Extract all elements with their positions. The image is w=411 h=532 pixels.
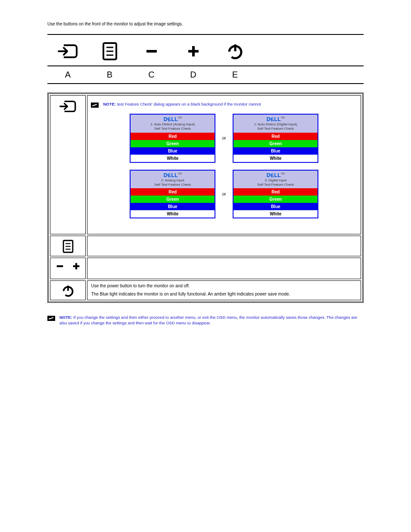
osd-section: NOTE: If you change the settings and the… <box>47 315 364 326</box>
intro-text: Use the buttons on the front of the moni… <box>47 22 364 26</box>
cell-icon-plusminus <box>50 258 86 279</box>
note-text: NOTE: test Feature Check' dialog appears… <box>103 102 261 107</box>
row-menu <box>50 236 361 256</box>
dell-logo: DELL <box>267 116 281 122</box>
or-separator: or <box>220 192 228 196</box>
row-power: Use the power button to turn the monitor… <box>50 280 361 300</box>
input-source-icon <box>56 39 80 63</box>
osd-note: NOTE: If you change the settings and the… <box>47 315 364 326</box>
power-icon <box>223 39 247 63</box>
cell-icon-power <box>50 280 86 300</box>
cell-desc-menu <box>87 236 361 256</box>
osd-note-text: NOTE: If you change the settings and the… <box>59 315 364 326</box>
cell-desc-plusminus <box>87 258 361 279</box>
note-icon <box>91 103 99 108</box>
menu-icon <box>98 39 121 63</box>
minus-icon <box>140 39 163 63</box>
front-panel-icons-row <box>47 34 364 66</box>
dell-logo: DELL <box>164 116 178 122</box>
cell-desc-input: NOTE: test Feature Check' dialog appears… <box>87 95 361 234</box>
label-a: A <box>56 70 80 80</box>
dlg-auto-analog: DELLTM 1: Auto Detect (Analog Input) Sel… <box>130 114 215 163</box>
label-d: D <box>181 70 205 80</box>
row-plus-minus <box>50 258 361 279</box>
or-separator: or <box>220 136 228 140</box>
self-test-dialogs: DELLTM 1: Auto Detect (Analog Input) Sel… <box>91 114 357 218</box>
plus-icon <box>181 39 205 63</box>
dlg-digital: DELLTM 3: Digital Input Self Test Featur… <box>233 170 318 219</box>
front-panel-labels-row: A B C D E <box>47 66 364 84</box>
cell-icon-input <box>50 95 86 234</box>
cell-icon-menu <box>50 236 86 256</box>
buttons-description-table: NOTE: test Feature Check' dialog appears… <box>47 93 364 303</box>
label-b: B <box>98 70 121 80</box>
row-input-source: NOTE: test Feature Check' dialog appears… <box>50 95 361 234</box>
dlg-auto-digital: DELLTM 1: Auto Detect (Digital Input) Se… <box>233 114 318 163</box>
cell-desc-power: Use the power button to turn the monitor… <box>87 280 361 300</box>
label-c: C <box>140 70 163 80</box>
dell-logo: DELL <box>164 172 178 178</box>
note-icon <box>47 316 55 321</box>
label-e: E <box>223 70 247 80</box>
dlg-analog: DELLTM 2: Analog Input Self Test Feature… <box>130 170 215 219</box>
dell-logo: DELL <box>267 172 281 178</box>
